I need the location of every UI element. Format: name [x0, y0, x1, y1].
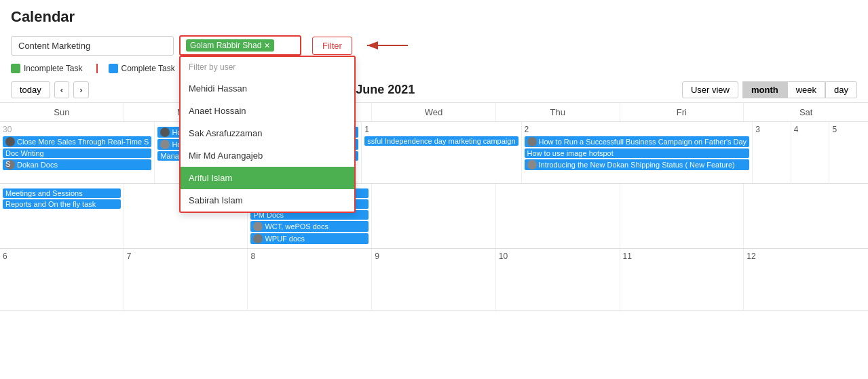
calendar-row-2: Meetings and Sessions Reports and On the…: [0, 184, 868, 249]
filter-placeholder: Filter by user: [181, 57, 354, 77]
filter-dropdown: Filter by user Mehidi Hassan Anaet Hossa…: [179, 56, 356, 213]
col-sun: Sun: [0, 103, 124, 121]
view-week-button[interactable]: week: [787, 81, 825, 98]
cell-row2-thu: [496, 184, 620, 248]
cell-jun1: 1 ssful Independence day marketing campa…: [362, 122, 521, 183]
avatar: [5, 137, 15, 146]
calendar-nav: today ‹ › June 2021 User view month week…: [0, 77, 868, 102]
cell-jun7: 7: [124, 249, 248, 310]
avatar: [160, 127, 170, 137]
avatar: [527, 160, 537, 169]
prev-button[interactable]: ‹: [54, 81, 69, 98]
incomplete-dot: [11, 64, 20, 73]
event-close-sales[interactable]: Close More Sales Through Real-Time S: [3, 136, 151, 147]
legend-divider: [96, 64, 98, 73]
arrow-indicator: [360, 35, 415, 56]
event-image-hotspot[interactable]: How to use image hotspot: [525, 148, 750, 158]
event-wpuf-docs[interactable]: WPUF docs: [250, 233, 369, 244]
cell-jun6: 6: [0, 249, 124, 310]
filter-item-mir[interactable]: Mir Md Aurangajeb: [181, 144, 354, 167]
page-title: Calendar: [11, 8, 857, 26]
calendar-header: Sun Mon Tue Wed Thu Fri Sat: [0, 103, 868, 122]
view-day-button[interactable]: day: [825, 81, 857, 98]
incomplete-label: Incomplete Task: [24, 64, 83, 73]
today-button[interactable]: today: [11, 81, 50, 98]
complete-dot: [109, 64, 118, 73]
calendar-row-1: 30 Close More Sales Through Real-Time S …: [0, 122, 868, 184]
avatar: [253, 222, 263, 231]
legend-incomplete: Incomplete Task: [11, 64, 83, 73]
filter-button[interactable]: Filter: [312, 37, 352, 55]
cell-jun10: 10: [496, 249, 620, 310]
view-buttons: User view month week day: [682, 81, 857, 98]
cell-jun8: 8: [248, 249, 372, 310]
avatar: S: [5, 160, 15, 169]
cell-jun2: 2 How to Run a Successfull Business Camp…: [522, 122, 753, 183]
event-dokan-docs[interactable]: S Dokan Docs: [3, 159, 151, 170]
legend-complete: Complete Task: [109, 64, 175, 73]
cell-row2-sun: Meetings and Sessions Reports and On the…: [0, 184, 124, 248]
filter-tag: Golam Rabbir Shad ✕: [186, 39, 274, 52]
event-reports-fly[interactable]: Reports and On the fly task: [3, 199, 121, 209]
search-input[interactable]: [11, 36, 174, 56]
cell-row2-wed: [372, 184, 496, 248]
event-fathers-day[interactable]: How to Run a Successfull Business Campai…: [525, 136, 750, 147]
event-doc-writing[interactable]: Doc Writing: [3, 148, 151, 158]
view-user-button[interactable]: User view: [682, 81, 738, 98]
cell-jun5: 5: [829, 122, 868, 183]
cell-jun12: 12: [744, 249, 868, 310]
filter-item-ariful[interactable]: Ariful Islam: [181, 167, 354, 189]
view-month-button[interactable]: month: [742, 81, 787, 98]
month-title: June 2021: [356, 83, 415, 97]
filter-item-sak[interactable]: Sak Asrafuzzaman: [181, 122, 354, 144]
event-meetings-sessions[interactable]: Meetings and Sessions: [3, 188, 121, 198]
filter-tag-area[interactable]: Golam Rabbir Shad ✕: [179, 35, 301, 56]
nav-left: today ‹ ›: [11, 81, 89, 98]
col-thu: Thu: [496, 103, 620, 121]
event-wct-wepos[interactable]: WCT, wePOS docs: [250, 221, 369, 232]
avatar: [527, 137, 537, 146]
cell-may30: 30 Close More Sales Through Real-Time S …: [0, 122, 155, 183]
calendar-grid: Sun Mon Tue Wed Thu Fri Sat 30 Close Mor…: [0, 102, 868, 379]
cell-jun11: 11: [620, 249, 744, 310]
complete-label: Complete Task: [121, 64, 175, 73]
next-button[interactable]: ›: [73, 81, 88, 98]
cell-row2-fri: [620, 184, 744, 248]
cell-row2-sat: [744, 184, 868, 248]
filter-item-sabirah[interactable]: Sabirah Islam: [181, 189, 354, 212]
filter-item-anaet[interactable]: Anaet Hossain: [181, 100, 354, 122]
cell-jun9: 9: [372, 249, 496, 310]
legend: Incomplete Task Complete Task: [0, 60, 868, 77]
event-independence[interactable]: ssful Independence day marketing campaig…: [364, 136, 518, 146]
avatar: [160, 140, 170, 149]
cell-jun3: 3: [753, 122, 791, 183]
calendar-row-dates: 6 7 8 9 10 11 12: [0, 249, 868, 311]
event-dokan-shipping[interactable]: Introducing the New Dokan Shipping Statu…: [525, 159, 750, 170]
cell-jun4: 4: [791, 122, 830, 183]
filter-tag-close[interactable]: ✕: [264, 41, 270, 50]
avatar: [253, 234, 263, 243]
col-fri: Fri: [620, 103, 744, 121]
filter-item-mehidi[interactable]: Mehidi Hassan: [181, 77, 354, 100]
col-sat: Sat: [744, 103, 868, 121]
col-wed: Wed: [372, 103, 496, 121]
